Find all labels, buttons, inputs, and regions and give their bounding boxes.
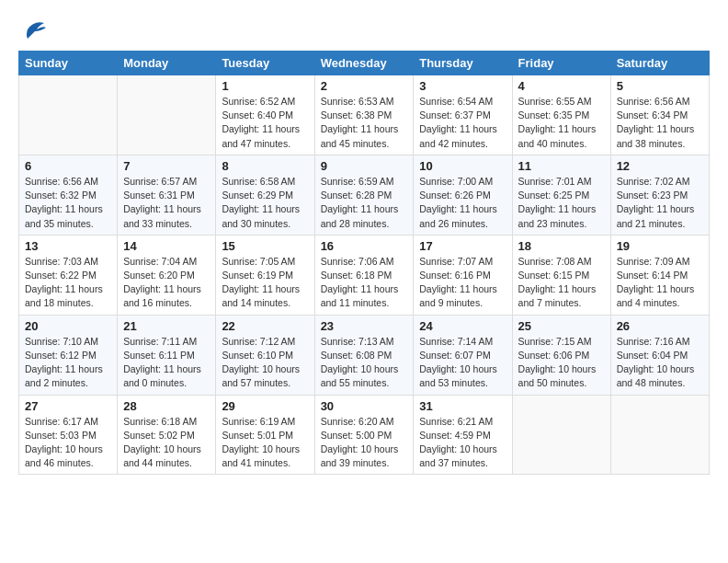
- day-info: Sunrise: 6:21 AM Sunset: 4:59 PM Dayligh…: [419, 415, 506, 471]
- day-info: Sunrise: 7:10 AM Sunset: 6:12 PM Dayligh…: [25, 335, 111, 391]
- day-number: 20: [25, 319, 111, 333]
- day-number: 17: [419, 239, 506, 253]
- day-number: 22: [222, 319, 308, 333]
- day-info: Sunrise: 7:09 AM Sunset: 6:14 PM Dayligh…: [617, 255, 703, 311]
- day-cell: 25Sunrise: 7:15 AM Sunset: 6:06 PM Dayli…: [512, 315, 610, 395]
- day-info: Sunrise: 7:14 AM Sunset: 6:07 PM Dayligh…: [419, 335, 506, 391]
- day-cell: 31Sunrise: 6:21 AM Sunset: 4:59 PM Dayli…: [414, 395, 512, 475]
- day-number: 8: [222, 159, 308, 173]
- day-cell: [512, 395, 610, 475]
- day-info: Sunrise: 7:08 AM Sunset: 6:15 PM Dayligh…: [518, 255, 605, 311]
- day-number: 13: [25, 239, 111, 253]
- day-number: 7: [123, 159, 210, 173]
- day-number: 27: [25, 399, 111, 413]
- weekday-header-thursday: Thursday: [414, 52, 512, 75]
- day-info: Sunrise: 7:00 AM Sunset: 6:26 PM Dayligh…: [419, 175, 506, 231]
- day-cell: 24Sunrise: 7:14 AM Sunset: 6:07 PM Dayli…: [414, 315, 512, 395]
- day-cell: 6Sunrise: 6:56 AM Sunset: 6:32 PM Daylig…: [19, 155, 118, 235]
- day-number: 4: [518, 79, 605, 93]
- day-cell: 30Sunrise: 6:20 AM Sunset: 5:00 PM Dayli…: [314, 395, 414, 475]
- day-cell: 10Sunrise: 7:00 AM Sunset: 6:26 PM Dayli…: [414, 155, 512, 235]
- day-number: 5: [617, 79, 703, 93]
- day-cell: 22Sunrise: 7:12 AM Sunset: 6:10 PM Dayli…: [216, 315, 314, 395]
- day-info: Sunrise: 6:53 AM Sunset: 6:38 PM Dayligh…: [321, 95, 408, 151]
- day-cell: 29Sunrise: 6:19 AM Sunset: 5:01 PM Dayli…: [216, 395, 314, 475]
- day-info: Sunrise: 6:57 AM Sunset: 6:31 PM Dayligh…: [123, 175, 210, 231]
- week-row-1: 1Sunrise: 6:52 AM Sunset: 6:40 PM Daylig…: [19, 75, 710, 155]
- day-cell: 4Sunrise: 6:55 AM Sunset: 6:35 PM Daylig…: [512, 75, 610, 155]
- day-number: 14: [123, 239, 210, 253]
- day-info: Sunrise: 7:13 AM Sunset: 6:08 PM Dayligh…: [321, 335, 408, 391]
- day-info: Sunrise: 7:01 AM Sunset: 6:25 PM Dayligh…: [518, 175, 605, 231]
- day-number: 16: [321, 239, 408, 253]
- weekday-header-row: SundayMondayTuesdayWednesdayThursdayFrid…: [19, 52, 710, 75]
- day-cell: 7Sunrise: 6:57 AM Sunset: 6:31 PM Daylig…: [118, 155, 216, 235]
- day-info: Sunrise: 7:11 AM Sunset: 6:11 PM Dayligh…: [123, 335, 210, 391]
- day-number: 9: [321, 159, 408, 173]
- day-cell: 1Sunrise: 6:52 AM Sunset: 6:40 PM Daylig…: [216, 75, 314, 155]
- day-cell: 23Sunrise: 7:13 AM Sunset: 6:08 PM Dayli…: [314, 315, 414, 395]
- day-info: Sunrise: 6:17 AM Sunset: 5:03 PM Dayligh…: [25, 415, 111, 471]
- day-cell: 15Sunrise: 7:05 AM Sunset: 6:19 PM Dayli…: [216, 235, 314, 315]
- day-cell: 2Sunrise: 6:53 AM Sunset: 6:38 PM Daylig…: [314, 75, 414, 155]
- calendar-table: SundayMondayTuesdayWednesdayThursdayFrid…: [18, 51, 710, 475]
- day-cell: 21Sunrise: 7:11 AM Sunset: 6:11 PM Dayli…: [118, 315, 216, 395]
- day-number: 23: [321, 319, 408, 333]
- day-number: 28: [123, 399, 210, 413]
- week-row-4: 20Sunrise: 7:10 AM Sunset: 6:12 PM Dayli…: [19, 315, 710, 395]
- week-row-2: 6Sunrise: 6:56 AM Sunset: 6:32 PM Daylig…: [19, 155, 710, 235]
- weekday-header-tuesday: Tuesday: [216, 52, 314, 75]
- day-cell: 8Sunrise: 6:58 AM Sunset: 6:29 PM Daylig…: [216, 155, 314, 235]
- day-info: Sunrise: 7:02 AM Sunset: 6:23 PM Dayligh…: [617, 175, 703, 231]
- day-number: 15: [222, 239, 308, 253]
- day-info: Sunrise: 7:07 AM Sunset: 6:16 PM Dayligh…: [419, 255, 506, 311]
- day-number: 2: [321, 79, 408, 93]
- day-info: Sunrise: 6:20 AM Sunset: 5:00 PM Dayligh…: [321, 415, 408, 471]
- day-cell: 20Sunrise: 7:10 AM Sunset: 6:12 PM Dayli…: [19, 315, 118, 395]
- day-info: Sunrise: 6:56 AM Sunset: 6:32 PM Dayligh…: [25, 175, 111, 231]
- day-info: Sunrise: 7:05 AM Sunset: 6:19 PM Dayligh…: [222, 255, 308, 311]
- day-number: 26: [617, 319, 703, 333]
- week-row-5: 27Sunrise: 6:17 AM Sunset: 5:03 PM Dayli…: [19, 395, 710, 475]
- day-cell: 9Sunrise: 6:59 AM Sunset: 6:28 PM Daylig…: [314, 155, 414, 235]
- weekday-header-friday: Friday: [512, 52, 610, 75]
- day-cell: 19Sunrise: 7:09 AM Sunset: 6:14 PM Dayli…: [610, 235, 709, 315]
- day-cell: 17Sunrise: 7:07 AM Sunset: 6:16 PM Dayli…: [414, 235, 512, 315]
- day-cell: 13Sunrise: 7:03 AM Sunset: 6:22 PM Dayli…: [19, 235, 118, 315]
- weekday-header-saturday: Saturday: [610, 52, 709, 75]
- day-info: Sunrise: 6:56 AM Sunset: 6:34 PM Dayligh…: [617, 95, 703, 151]
- day-info: Sunrise: 7:06 AM Sunset: 6:18 PM Dayligh…: [321, 255, 408, 311]
- day-cell: 26Sunrise: 7:16 AM Sunset: 6:04 PM Dayli…: [610, 315, 709, 395]
- day-info: Sunrise: 6:52 AM Sunset: 6:40 PM Dayligh…: [222, 95, 308, 151]
- logo: [18, 18, 48, 41]
- day-number: 11: [518, 159, 605, 173]
- day-cell: [118, 75, 216, 155]
- day-number: 6: [25, 159, 111, 173]
- day-number: 31: [419, 399, 506, 413]
- day-cell: 28Sunrise: 6:18 AM Sunset: 5:02 PM Dayli…: [118, 395, 216, 475]
- day-number: 25: [518, 319, 605, 333]
- day-cell: 12Sunrise: 7:02 AM Sunset: 6:23 PM Dayli…: [610, 155, 709, 235]
- weekday-header-sunday: Sunday: [19, 52, 118, 75]
- day-cell: [610, 395, 709, 475]
- day-info: Sunrise: 6:54 AM Sunset: 6:37 PM Dayligh…: [419, 95, 506, 151]
- day-info: Sunrise: 6:19 AM Sunset: 5:01 PM Dayligh…: [222, 415, 308, 471]
- day-number: 21: [123, 319, 210, 333]
- day-info: Sunrise: 7:03 AM Sunset: 6:22 PM Dayligh…: [25, 255, 111, 311]
- day-cell: 14Sunrise: 7:04 AM Sunset: 6:20 PM Dayli…: [118, 235, 216, 315]
- day-info: Sunrise: 6:59 AM Sunset: 6:28 PM Dayligh…: [321, 175, 408, 231]
- week-row-3: 13Sunrise: 7:03 AM Sunset: 6:22 PM Dayli…: [19, 235, 710, 315]
- day-info: Sunrise: 7:12 AM Sunset: 6:10 PM Dayligh…: [222, 335, 308, 391]
- day-info: Sunrise: 6:18 AM Sunset: 5:02 PM Dayligh…: [123, 415, 210, 471]
- day-number: 19: [617, 239, 703, 253]
- logo-bird-icon: [20, 18, 48, 41]
- page-header: [18, 18, 710, 41]
- day-number: 18: [518, 239, 605, 253]
- day-cell: [19, 75, 118, 155]
- day-number: 29: [222, 399, 308, 413]
- day-info: Sunrise: 7:04 AM Sunset: 6:20 PM Dayligh…: [123, 255, 210, 311]
- day-cell: 3Sunrise: 6:54 AM Sunset: 6:37 PM Daylig…: [414, 75, 512, 155]
- weekday-header-wednesday: Wednesday: [314, 52, 414, 75]
- day-cell: 5Sunrise: 6:56 AM Sunset: 6:34 PM Daylig…: [610, 75, 709, 155]
- day-info: Sunrise: 6:55 AM Sunset: 6:35 PM Dayligh…: [518, 95, 605, 151]
